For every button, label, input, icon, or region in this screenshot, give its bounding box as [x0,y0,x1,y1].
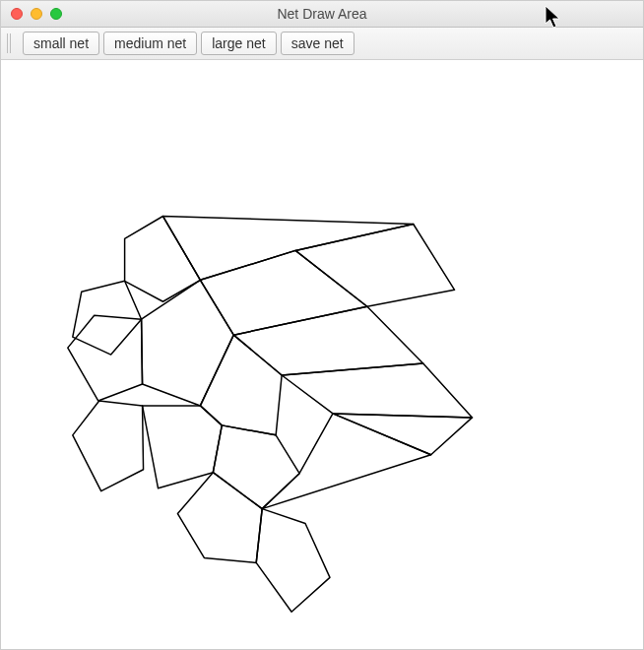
application-window: Net Draw Area small net medium net large… [0,0,644,650]
net-polygon [125,216,201,301]
titlebar[interactable]: Net Draw Area [1,1,643,28]
toolbar: small net medium net large net save net [1,28,643,60]
large-net-button[interactable]: large net [201,32,276,55]
net-polygon [295,224,455,306]
net-polygon [162,216,413,280]
net-diagram [1,60,643,649]
net-polygon [200,335,282,435]
window-title: Net Draw Area [1,6,643,22]
medium-net-button[interactable]: medium net [103,32,197,55]
minimize-window-button[interactable] [31,8,42,20]
net-polygon [262,414,430,509]
net-polygon [73,401,144,491]
maximize-window-button[interactable] [50,8,62,20]
net-polygon [333,414,473,455]
toolbar-grip[interactable] [7,33,15,53]
net-polygon [142,280,234,406]
net-polygon [256,508,330,612]
net-polygon [282,363,472,418]
small-net-button[interactable]: small net [23,32,99,55]
net-polygon [213,425,299,509]
net-polygon [177,473,262,563]
close-window-button[interactable] [11,8,23,20]
drawing-canvas[interactable] [1,60,643,649]
net-polygon [68,315,143,401]
window-controls [1,8,62,20]
save-net-button[interactable]: save net [281,32,354,55]
net-polygon [233,306,422,375]
